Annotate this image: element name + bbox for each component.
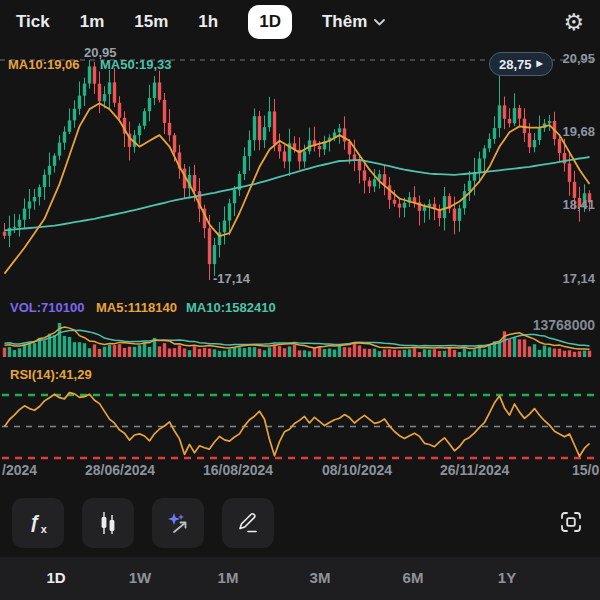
- sparkle-arrow-icon: [166, 511, 190, 535]
- date-axis-label: 16/08/2024: [203, 462, 273, 478]
- date-axis-label: /2024: [2, 462, 37, 478]
- tab-15m[interactable]: 15m: [134, 12, 168, 32]
- tab-1m[interactable]: 1m: [80, 12, 105, 32]
- price-axis-label: 20,95: [562, 51, 595, 66]
- chart-toolbar: ƒx: [0, 488, 600, 552]
- ai-tools-button[interactable]: [152, 498, 204, 548]
- tab-1h[interactable]: 1h: [198, 12, 218, 32]
- draw-button[interactable]: [222, 498, 274, 548]
- candlestick-chart[interactable]: [0, 46, 600, 292]
- price-axis-label: 19,68: [562, 124, 595, 139]
- fullscreen-icon: [558, 509, 584, 535]
- price-axis-label: 17,14: [562, 271, 595, 286]
- more-intervals-dropdown[interactable]: Thêm: [322, 12, 385, 32]
- range-1w[interactable]: 1W: [129, 569, 152, 586]
- low-price-annotation: -17,14: [213, 271, 250, 286]
- rsi-chart[interactable]: [0, 380, 600, 462]
- volume-chart[interactable]: [0, 306, 600, 358]
- indicators-button[interactable]: ƒx: [12, 498, 64, 548]
- candlestick-icon: [98, 511, 118, 535]
- range-1d[interactable]: 1D: [46, 569, 65, 586]
- date-axis-label: 28/06/2024: [85, 462, 155, 478]
- tab-tick[interactable]: Tick: [16, 12, 50, 32]
- settings-gear-icon[interactable]: ⚙: [563, 11, 584, 34]
- chevron-down-icon: [374, 19, 385, 26]
- chart-type-button[interactable]: [82, 498, 134, 548]
- date-axis-label: 08/10/2024: [322, 462, 392, 478]
- ma50-legend: MA50:19,33: [100, 57, 172, 72]
- scroll-to-latest-icon: ▶: [537, 60, 543, 68]
- tab-1d-active[interactable]: 1D: [248, 5, 292, 39]
- price-axis-label: 18,41: [562, 197, 595, 212]
- range-selector-bar: 1D 1W 1M 3M 6M 1Y: [0, 557, 600, 600]
- last-price-value: 28,75: [499, 57, 532, 72]
- range-1m[interactable]: 1M: [218, 569, 239, 586]
- pencil-icon: [236, 511, 260, 535]
- trading-app-screen: Tick 1m 15m 1h 1D Thêm ⚙ 20,95 MA10:19,0…: [0, 0, 600, 600]
- ma10-legend: MA10:19,06: [8, 57, 80, 72]
- range-6m[interactable]: 6M: [403, 569, 424, 586]
- range-3m[interactable]: 3M: [310, 569, 331, 586]
- last-price-badge[interactable]: 28,75 ▶: [489, 52, 553, 76]
- more-label: Thêm: [322, 12, 367, 32]
- fx-icon: ƒx: [29, 511, 47, 535]
- range-1y[interactable]: 1Y: [498, 569, 516, 586]
- interval-tabs-bar: Tick 1m 15m 1h 1D Thêm ⚙: [0, 0, 600, 44]
- date-axis-label: 26/11/2024: [440, 462, 509, 478]
- date-axis-label: 15/01/: [572, 462, 600, 478]
- fullscreen-button[interactable]: [554, 504, 588, 540]
